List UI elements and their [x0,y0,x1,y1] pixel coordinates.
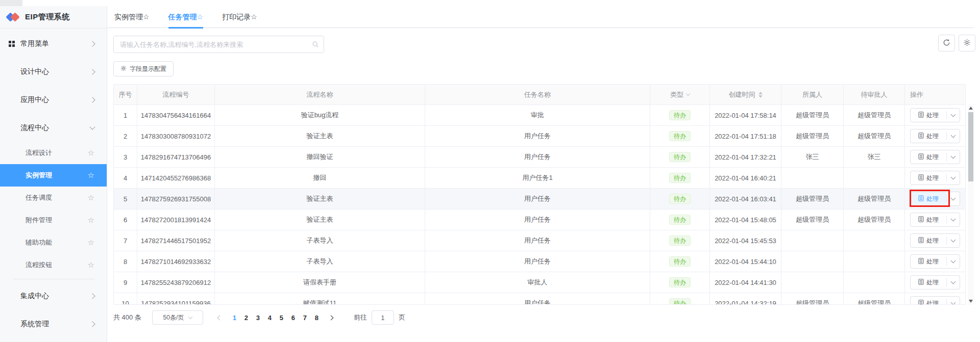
column-header-2: 流程名称 [215,85,425,105]
process-button[interactable]: 处理 [910,171,960,185]
page-number-8[interactable]: 8 [311,314,323,322]
sidebar-item-process-center[interactable]: 流程中心 [0,114,107,142]
page-number-2[interactable]: 2 [240,314,252,322]
action-cell: 处理 [905,272,966,293]
process-button[interactable]: 处理 [910,213,960,227]
tab-task-management[interactable]: 任务管理☆ [168,6,204,28]
search-icon[interactable] [312,41,319,50]
process-dropdown-caret[interactable] [947,109,960,122]
sidebar-item-label: 流程中心 [20,123,90,133]
sidebar-item-design-center[interactable]: 设计中心 [0,58,107,86]
page-number-1[interactable]: 1 [229,314,240,322]
process-code-cell: 1478275926931755008 [137,189,215,209]
process-button-label[interactable]: 处理 [911,192,946,205]
star-icon[interactable]: ☆ [88,238,94,247]
action-cell: 处理 [905,147,966,168]
tab-instance-management[interactable]: 实例管理☆ [114,6,150,28]
process-button[interactable]: 处理 [910,150,960,164]
settings-button[interactable] [959,35,975,51]
process-button-label[interactable]: 处理 [911,171,946,185]
process-button[interactable]: 处理 [910,296,960,305]
task-table: 序号流程编号流程名称任务名称类型创建时间所属人待审批人操作 1147830475… [113,84,966,305]
sidebar-item-system-management[interactable]: 系统管理 [0,310,107,338]
prev-page-button[interactable] [216,310,224,325]
goto-page-input[interactable] [372,310,394,325]
sidebar-item-label: 常用菜单 [20,39,90,48]
process-button[interactable]: 处理 [910,233,960,248]
vertical-scrollbar[interactable] [968,104,974,305]
process-dropdown-caret[interactable] [947,129,960,143]
page-size-select[interactable]: 50条/页 [152,310,203,325]
chevron-right-icon [89,97,95,102]
next-page-button[interactable] [327,310,335,325]
process-button-label[interactable]: 处理 [911,234,946,247]
process-dropdown-caret[interactable] [947,150,960,164]
refresh-button[interactable] [938,35,955,51]
process-dropdown-caret[interactable] [947,276,960,289]
chevron-down-icon [951,196,956,201]
process-button[interactable]: 处理 [910,129,960,143]
process-code-cell: 1478304756434161664 [137,105,215,126]
sidebar-item-attachment-management[interactable]: 附件管理☆ [0,209,107,231]
page-number-5[interactable]: 5 [276,314,287,322]
process-dropdown-caret[interactable] [947,234,960,247]
process-code-cell: 1478303008780931072 [137,126,215,147]
task-name-cell: 审批 [425,105,650,126]
column-header-5[interactable]: 创建时间 [710,85,781,105]
process-button[interactable]: 处理 [910,192,960,206]
scrollbar-down-arrow-icon[interactable] [969,300,973,303]
seq-cell: 8 [114,251,137,272]
process-button[interactable]: 处理 [910,254,960,269]
process-dropdown-caret[interactable] [947,255,960,268]
process-name-cell: 撤回验证 [215,147,425,168]
process-dropdown-caret[interactable] [947,213,960,226]
process-button-label[interactable]: 处理 [911,129,946,143]
page-numbers: 12345678 [229,314,323,322]
field-display-config-button[interactable]: 字段显示配置 [113,61,174,76]
star-icon[interactable]: ☆ [88,216,94,225]
sidebar-item-process-buttons[interactable]: 流程按钮☆ [0,254,107,276]
process-button-label[interactable]: 处理 [911,255,946,268]
gear-icon [963,39,971,48]
sidebar-item-task-schedule[interactable]: 任务调度☆ [0,187,107,209]
filter-caret-icon[interactable] [686,92,690,96]
process-button[interactable]: 处理 [910,108,960,122]
scrollbar-thumb[interactable] [968,112,973,181]
status-badge: 待办 [669,173,691,183]
tab-print-records[interactable]: 打印记录☆ [222,6,257,28]
column-header-4[interactable]: 类型 [650,85,710,105]
sidebar-item-integration-center[interactable]: 集成中心 [0,282,107,310]
sort-icon[interactable] [758,92,763,98]
chevron-down-icon [188,314,192,319]
page-number-6[interactable]: 6 [287,314,299,322]
document-icon [918,195,924,203]
app-logo: EIP管理系统 [0,6,107,29]
sidebar-item-instance-management[interactable]: 实例管理☆ [0,164,107,187]
process-button-label[interactable]: 处理 [911,276,946,289]
process-dropdown-caret[interactable] [947,171,960,185]
process-dropdown-caret[interactable] [947,192,960,205]
page-number-3[interactable]: 3 [252,314,264,322]
created-cell: 2022-01-04 16:40:21 [710,168,781,189]
sidebar-item-app-center[interactable]: 应用中心 [0,86,107,114]
star-icon[interactable]: ☆ [88,148,94,157]
star-icon[interactable]: ☆ [88,171,94,180]
process-button[interactable]: 处理 [910,275,960,290]
sidebar-divider [13,279,94,279]
page-number-4[interactable]: 4 [264,314,276,322]
search-input[interactable] [113,36,324,53]
star-icon[interactable]: ☆ [88,260,94,270]
sidebar-item-auxiliary-functions[interactable]: 辅助功能☆ [0,231,107,254]
sidebar-item-common-menu[interactable]: 常用菜单 [0,30,107,58]
process-dropdown-caret[interactable] [947,297,960,305]
column-header-7: 待审批人 [844,85,905,105]
process-button-label[interactable]: 处理 [911,150,946,164]
process-button-label[interactable]: 处理 [911,297,946,305]
process-button-label[interactable]: 处理 [911,213,946,226]
owner-cell: 超级管理员 [781,189,844,209]
star-icon[interactable]: ☆ [88,193,94,202]
sidebar-item-process-design[interactable]: 流程设计☆ [0,142,107,164]
scrollbar-up-arrow-icon[interactable] [969,107,973,110]
process-button-label[interactable]: 处理 [911,109,946,122]
page-number-7[interactable]: 7 [299,314,311,322]
